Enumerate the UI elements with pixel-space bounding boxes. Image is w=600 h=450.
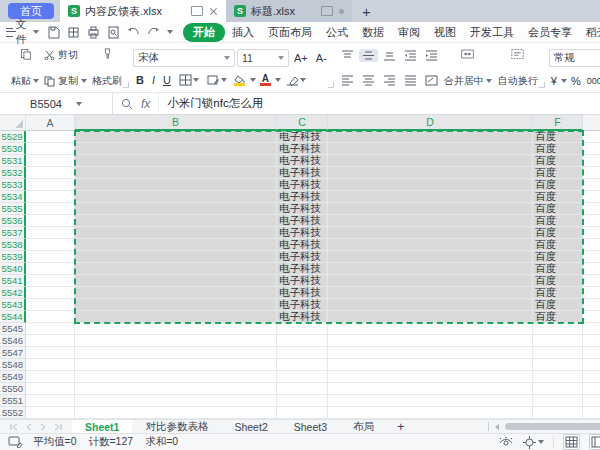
underline-button[interactable]: U bbox=[160, 73, 174, 87]
export-icon[interactable] bbox=[67, 26, 80, 39]
cell[interactable] bbox=[328, 215, 533, 227]
pin-tab-icon[interactable] bbox=[191, 6, 203, 16]
cell[interactable] bbox=[26, 407, 75, 419]
cell[interactable]: 百度 bbox=[533, 131, 583, 143]
row-header[interactable]: 5532 bbox=[0, 167, 26, 179]
cell[interactable] bbox=[533, 335, 583, 347]
magnifier-icon[interactable] bbox=[121, 98, 133, 110]
cell[interactable] bbox=[328, 203, 533, 215]
cell[interactable] bbox=[26, 395, 75, 407]
merge-center-button[interactable]: 合并居中 bbox=[441, 46, 495, 90]
row-header[interactable]: 5549 bbox=[0, 371, 26, 383]
cell[interactable] bbox=[583, 155, 600, 167]
format-painter-button[interactable]: 格式刷 bbox=[89, 46, 125, 90]
column-header-a[interactable]: A bbox=[26, 115, 75, 131]
menu-tab-4[interactable]: 数据 bbox=[355, 23, 391, 42]
cell[interactable] bbox=[75, 287, 277, 299]
next-sheet-icon[interactable] bbox=[40, 423, 46, 431]
cell[interactable] bbox=[26, 359, 75, 371]
cell[interactable] bbox=[583, 191, 600, 203]
fill-color-button[interactable] bbox=[232, 75, 248, 86]
cell[interactable] bbox=[26, 131, 75, 143]
cell[interactable] bbox=[583, 359, 600, 371]
menu-tab-6[interactable]: 视图 bbox=[427, 23, 463, 42]
row-header[interactable]: 5552 bbox=[0, 407, 26, 419]
cell[interactable] bbox=[583, 239, 600, 251]
cell[interactable] bbox=[583, 275, 600, 287]
cell[interactable] bbox=[328, 239, 533, 251]
save-icon[interactable] bbox=[47, 26, 60, 39]
align-left-button[interactable] bbox=[338, 74, 357, 87]
row-header[interactable]: 5548 bbox=[0, 359, 26, 371]
cell[interactable] bbox=[328, 299, 533, 311]
cell[interactable] bbox=[26, 335, 75, 347]
cell[interactable] bbox=[75, 155, 277, 167]
cell[interactable]: 电子科技 bbox=[277, 227, 328, 239]
cell[interactable] bbox=[26, 215, 75, 227]
cell[interactable] bbox=[533, 395, 583, 407]
cell[interactable] bbox=[328, 383, 533, 395]
cell[interactable] bbox=[277, 347, 328, 359]
cell[interactable] bbox=[328, 143, 533, 155]
cell[interactable]: 百度 bbox=[533, 311, 583, 323]
cell[interactable] bbox=[583, 395, 600, 407]
cell[interactable] bbox=[583, 311, 600, 323]
cell[interactable] bbox=[328, 359, 533, 371]
currency-button[interactable]: ¥ bbox=[549, 75, 559, 87]
cell[interactable] bbox=[277, 359, 328, 371]
cell[interactable] bbox=[75, 311, 277, 323]
row-header[interactable]: 5543 bbox=[0, 299, 26, 311]
menu-tab-2[interactable]: 页面布局 bbox=[261, 23, 319, 42]
align-right-button[interactable] bbox=[380, 74, 399, 87]
sheet-tab-Sheet2[interactable]: Sheet2 bbox=[221, 420, 280, 433]
doc-tab-inactive[interactable]: S 标题.xlsx bbox=[226, 0, 352, 22]
cell[interactable] bbox=[583, 131, 600, 143]
cell[interactable] bbox=[75, 167, 277, 179]
cell[interactable] bbox=[583, 383, 600, 395]
row-header[interactable]: 5536 bbox=[0, 215, 26, 227]
cell[interactable] bbox=[26, 299, 75, 311]
cell[interactable] bbox=[583, 179, 600, 191]
cell[interactable] bbox=[75, 359, 277, 371]
cell[interactable] bbox=[26, 143, 75, 155]
cell[interactable] bbox=[75, 299, 277, 311]
cell[interactable] bbox=[328, 263, 533, 275]
horizontal-scrollbar[interactable] bbox=[505, 423, 600, 430]
cell[interactable] bbox=[26, 371, 75, 383]
cell[interactable] bbox=[328, 131, 533, 143]
cell[interactable] bbox=[328, 179, 533, 191]
cell[interactable]: 百度 bbox=[533, 299, 583, 311]
print-preview-icon[interactable] bbox=[107, 26, 120, 39]
cell[interactable] bbox=[583, 407, 600, 419]
row-header[interactable]: 5544 bbox=[0, 311, 26, 323]
row-header[interactable]: 5535 bbox=[0, 203, 26, 215]
cell[interactable] bbox=[533, 407, 583, 419]
cell[interactable] bbox=[583, 227, 600, 239]
cell[interactable]: 百度 bbox=[533, 203, 583, 215]
row-header[interactable]: 5538 bbox=[0, 239, 26, 251]
cell[interactable] bbox=[328, 347, 533, 359]
cell[interactable] bbox=[328, 251, 533, 263]
menu-tab-3[interactable]: 公式 bbox=[319, 23, 355, 42]
insert-function-button[interactable]: fx bbox=[141, 97, 150, 111]
cell[interactable] bbox=[328, 335, 533, 347]
column-header-c[interactable]: C bbox=[277, 115, 328, 131]
menu-tab-9[interactable]: 稻壳资 bbox=[579, 23, 600, 42]
cell[interactable] bbox=[26, 203, 75, 215]
grow-font-button[interactable]: A+ bbox=[291, 51, 311, 65]
row-header[interactable]: 5545 bbox=[0, 323, 26, 335]
borders-button[interactable] bbox=[176, 73, 202, 87]
align-center-button[interactable] bbox=[359, 74, 378, 87]
row-header[interactable]: 5551 bbox=[0, 395, 26, 407]
row-header[interactable]: 5534 bbox=[0, 191, 26, 203]
cell[interactable] bbox=[328, 155, 533, 167]
cell[interactable]: 百度 bbox=[533, 263, 583, 275]
cell[interactable]: 电子科技 bbox=[277, 251, 328, 263]
cell[interactable] bbox=[328, 407, 533, 419]
align-bottom-button[interactable] bbox=[380, 49, 399, 62]
page-layout-view-button[interactable] bbox=[589, 434, 600, 450]
percent-button[interactable]: % bbox=[569, 75, 583, 87]
sheet-tab-Sheet1[interactable]: Sheet1 bbox=[72, 420, 132, 433]
cell[interactable]: 电子科技 bbox=[277, 215, 328, 227]
row-header[interactable]: 5530 bbox=[0, 143, 26, 155]
